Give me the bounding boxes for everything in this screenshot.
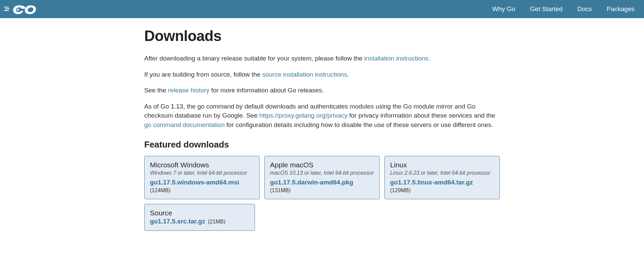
text: See the [144,87,168,94]
intro-para-4: As of Go 1.13, the go command by default… [144,102,500,130]
card-size: (124MB) [150,187,254,194]
text: for more information about Go releases. [209,87,324,94]
nav-docs[interactable]: Docs [577,5,592,13]
card-size: (129MB) [390,187,494,194]
card-file-link[interactable]: go1.17.5.windows-amd64.msi [150,179,254,186]
card-title: Microsoft Windows [150,161,254,169]
nav-get-started[interactable]: Get Started [530,5,562,13]
card-title: Source [150,209,249,217]
go-command-docs-link[interactable]: go command documentation [144,121,225,128]
install-instructions-link[interactable]: installation instructions [364,55,428,62]
download-cards: Microsoft Windows Windows 7 or later, In… [144,156,500,231]
top-header: Why Go Get Started Docs Packages [0,0,644,18]
proxy-privacy-link[interactable]: https://proxy.golang.org/privacy [259,112,347,119]
card-file-link[interactable]: go1.17.5.darwin-amd64.pkg [270,179,374,186]
card-subtitle: macOS 10.13 or later, Intel 64-bit proce… [270,170,374,177]
svg-rect-2 [4,10,9,11]
text: for configuration details including how … [225,121,493,128]
featured-downloads-heading: Featured downloads [144,139,500,150]
release-history-link[interactable]: release history [168,87,210,94]
card-size: (131MB) [270,187,374,194]
download-card-source[interactable]: Source go1.17.5.src.tar.gz (21MB) [144,204,255,231]
top-nav: Why Go Get Started Docs Packages [492,5,635,13]
download-card-linux[interactable]: Linux Linux 2.6.23 or later, Intel 64-bi… [384,156,500,199]
page-title: Downloads [144,28,500,44]
nav-packages[interactable]: Packages [607,5,635,13]
card-title: Linux [390,161,494,169]
download-card-windows[interactable]: Microsoft Windows Windows 7 or later, In… [144,156,260,199]
card-subtitle: Linux 2.6.23 or later, Intel 64-bit proc… [390,170,494,177]
text: After downloading a binary release suita… [144,55,364,62]
svg-rect-0 [4,7,9,7]
go-logo[interactable] [4,3,38,15]
text: . [428,55,430,62]
intro-para-2: If you are building from source, follow … [144,70,500,79]
intro-para-1: After downloading a binary release suita… [144,54,500,63]
card-file-link[interactable]: go1.17.5.src.tar.gz [150,218,205,225]
text: If you are building from source, follow … [144,71,262,78]
text: . [347,71,349,78]
main-content: Downloads After downloading a binary rel… [87,18,557,244]
card-size: (21MB) [208,219,225,225]
card-title: Apple macOS [270,161,374,169]
intro-para-3: See the release history for more informa… [144,86,500,95]
download-card-macos[interactable]: Apple macOS macOS 10.13 or later, Intel … [264,156,380,199]
nav-why-go[interactable]: Why Go [492,5,515,13]
card-subtitle: Windows 7 or later, Intel 64-bit process… [150,170,254,177]
source-install-link[interactable]: source installation instructions [262,71,347,78]
text: for privacy information about these serv… [347,112,495,119]
svg-rect-1 [5,8,10,9]
card-file-link[interactable]: go1.17.5.linux-amd64.tar.gz [390,179,494,186]
